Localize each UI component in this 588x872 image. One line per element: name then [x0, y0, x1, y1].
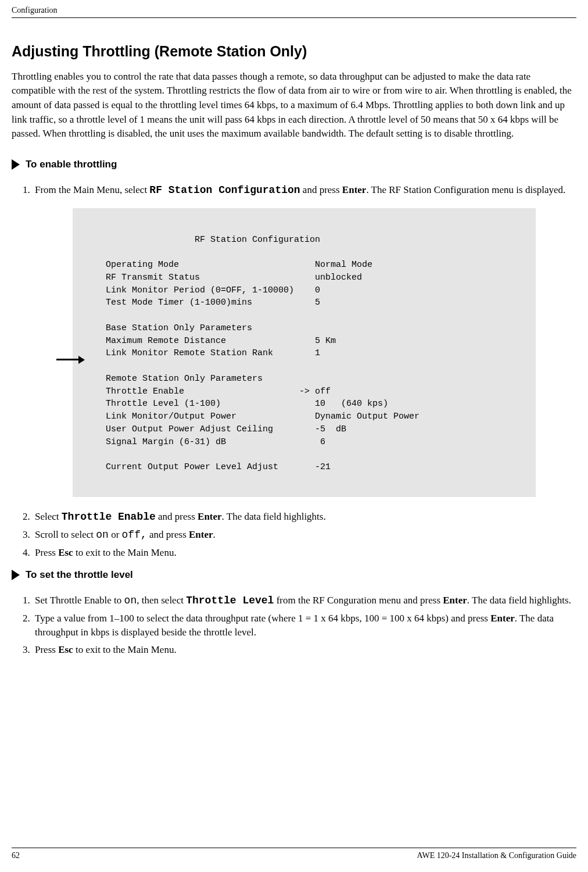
- arrow-bullet-icon: [12, 159, 20, 170]
- subsection-title: To enable throttling: [26, 158, 117, 171]
- step-text: Select: [35, 511, 62, 522]
- step-text: Press: [35, 644, 58, 655]
- arrow-bullet-icon: [12, 570, 20, 580]
- key-name: Enter: [490, 613, 515, 624]
- step-text: and press: [147, 529, 189, 540]
- enable-throttling-steps-cont: Select Throttle Enable and press Enter. …: [12, 510, 576, 560]
- step-text: from the RF Conguration menu and press: [274, 595, 443, 606]
- step-text: , then select: [137, 595, 186, 606]
- step-text: .: [213, 529, 216, 540]
- key-name: Enter: [198, 511, 222, 522]
- command-text: Throttle Level: [186, 595, 274, 606]
- step-text: . The data field highlights.: [222, 511, 326, 522]
- key-name: Esc: [58, 547, 73, 558]
- subsection-set-throttle-level: To set the throttle level: [12, 568, 576, 582]
- config-text: RF Station Configuration Operating Mode …: [90, 235, 420, 473]
- step-text: and press: [156, 511, 198, 522]
- subsection-title: To set the throttle level: [26, 568, 133, 582]
- code-text: on: [96, 529, 109, 541]
- step-1: Set Throttle Enable to on, then select T…: [33, 594, 576, 608]
- step-text: Scroll to select: [35, 529, 96, 540]
- step-1: From the Main Menu, select RF Station Co…: [33, 183, 576, 198]
- step-text: to exit to the Main Menu.: [73, 644, 177, 655]
- step-2: Select Throttle Enable and press Enter. …: [33, 510, 576, 524]
- key-name: Esc: [58, 644, 73, 655]
- step-text: From the Main Menu, select: [35, 184, 149, 195]
- key-name: Enter: [342, 184, 367, 195]
- page-header: Configuration: [12, 5, 576, 18]
- step-text: Set Throttle Enable to: [35, 595, 124, 606]
- key-name: Enter: [443, 595, 467, 606]
- step-text: to exit to the Main Menu.: [73, 547, 177, 558]
- step-4: Press Esc to exit to the Main Menu.: [33, 546, 576, 560]
- document-title: AWE 120-24 Installation & Configuration …: [417, 850, 576, 862]
- step-3: Press Esc to exit to the Main Menu.: [33, 643, 576, 657]
- step-text: and press: [300, 184, 342, 195]
- code-text: on: [124, 595, 137, 606]
- intro-paragraph: Throttling enables you to control the ra…: [12, 70, 576, 141]
- command-text: Throttle Enable: [62, 511, 156, 523]
- step-2: Type a value from 1–100 to select the da…: [33, 612, 576, 639]
- rf-configuration-display: RF Station Configuration Operating Mode …: [73, 208, 536, 497]
- step-text: Press: [35, 547, 58, 558]
- step-3: Scroll to select on or off, and press En…: [33, 528, 576, 542]
- page-number: 62: [12, 850, 20, 862]
- key-name: Enter: [189, 529, 213, 540]
- set-throttle-steps: Set Throttle Enable to on, then select T…: [12, 594, 576, 657]
- enable-throttling-steps: From the Main Menu, select RF Station Co…: [12, 183, 576, 198]
- step-text: . The RF Station Configuration menu is d…: [366, 184, 565, 195]
- arrow-head-icon: [78, 356, 85, 364]
- page-title: Adjusting Throttling (Remote Station Onl…: [12, 41, 576, 62]
- page-footer: 62 AWE 120-24 Installation & Configurati…: [12, 848, 576, 862]
- subsection-enable-throttling: To enable throttling: [12, 158, 576, 171]
- command-text: RF Station Configuration: [149, 184, 300, 196]
- step-text: . The data field highlights.: [467, 595, 571, 606]
- pointer-arrow-icon: [56, 356, 85, 364]
- arrow-line: [56, 359, 78, 360]
- step-text: Type a value from 1–100 to select the da…: [35, 613, 490, 624]
- step-text: or: [109, 529, 122, 540]
- code-text: off,: [122, 529, 147, 541]
